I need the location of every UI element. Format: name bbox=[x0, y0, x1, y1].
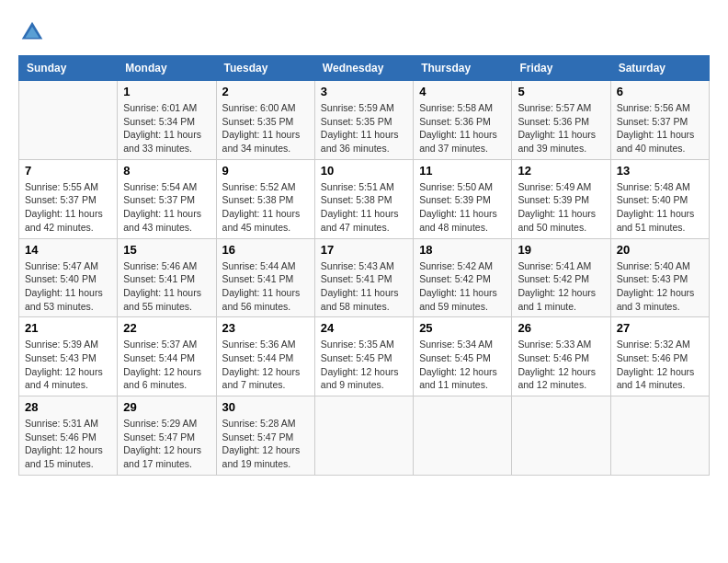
calendar-cell bbox=[414, 396, 512, 476]
day-number: 17 bbox=[321, 243, 407, 257]
week-row-5: 28Sunrise: 5:31 AMSunset: 5:46 PMDayligh… bbox=[19, 396, 710, 476]
calendar-cell: 8Sunrise: 5:54 AMSunset: 5:37 PMDaylight… bbox=[118, 159, 216, 238]
calendar-cell: 11Sunrise: 5:50 AMSunset: 5:39 PMDayligh… bbox=[414, 159, 512, 238]
day-info: Sunrise: 5:46 AMSunset: 5:41 PMDaylight:… bbox=[123, 259, 210, 314]
day-number: 29 bbox=[123, 400, 210, 414]
day-info: Sunrise: 6:00 AMSunset: 5:35 PMDaylight:… bbox=[222, 101, 309, 155]
day-number: 3 bbox=[321, 85, 407, 98]
day-info: Sunrise: 5:48 AMSunset: 5:40 PMDaylight:… bbox=[617, 180, 703, 235]
day-number: 10 bbox=[321, 164, 407, 178]
day-info: Sunrise: 5:29 AMSunset: 5:47 PMDaylight:… bbox=[123, 417, 210, 471]
day-number: 25 bbox=[419, 321, 506, 335]
calendar-cell: 23Sunrise: 5:36 AMSunset: 5:44 PMDayligh… bbox=[216, 317, 314, 396]
day-header-sunday: Sunday bbox=[19, 56, 118, 81]
day-header-wednesday: Wednesday bbox=[314, 56, 413, 81]
week-row-4: 21Sunrise: 5:39 AMSunset: 5:43 PMDayligh… bbox=[19, 317, 710, 396]
calendar-cell: 29Sunrise: 5:29 AMSunset: 5:47 PMDayligh… bbox=[118, 396, 216, 476]
day-number: 18 bbox=[419, 243, 506, 257]
logo bbox=[18, 18, 50, 46]
day-header-saturday: Saturday bbox=[610, 56, 709, 81]
day-info: Sunrise: 5:57 AMSunset: 5:36 PMDaylight:… bbox=[518, 101, 604, 155]
day-number: 9 bbox=[222, 164, 309, 178]
day-number: 19 bbox=[518, 243, 604, 257]
calendar-cell: 16Sunrise: 5:44 AMSunset: 5:41 PMDayligh… bbox=[216, 238, 314, 317]
day-header-thursday: Thursday bbox=[414, 56, 512, 81]
calendar-cell bbox=[314, 396, 413, 476]
day-header-friday: Friday bbox=[512, 56, 610, 81]
day-number: 27 bbox=[617, 321, 703, 335]
calendar-cell: 20Sunrise: 5:40 AMSunset: 5:43 PMDayligh… bbox=[610, 238, 709, 317]
day-number: 21 bbox=[25, 321, 111, 335]
day-number: 1 bbox=[123, 85, 210, 98]
week-row-3: 14Sunrise: 5:47 AMSunset: 5:40 PMDayligh… bbox=[19, 238, 710, 317]
day-info: Sunrise: 5:56 AMSunset: 5:37 PMDaylight:… bbox=[617, 101, 703, 155]
calendar-cell: 12Sunrise: 5:49 AMSunset: 5:39 PMDayligh… bbox=[512, 159, 610, 238]
day-info: Sunrise: 5:54 AMSunset: 5:37 PMDaylight:… bbox=[123, 180, 210, 235]
day-info: Sunrise: 5:42 AMSunset: 5:42 PMDaylight:… bbox=[419, 259, 506, 314]
day-info: Sunrise: 5:34 AMSunset: 5:45 PMDaylight:… bbox=[419, 338, 506, 392]
day-number: 15 bbox=[123, 243, 210, 257]
day-info: Sunrise: 5:58 AMSunset: 5:36 PMDaylight:… bbox=[419, 101, 506, 155]
day-number: 14 bbox=[25, 243, 111, 257]
day-info: Sunrise: 5:50 AMSunset: 5:39 PMDaylight:… bbox=[419, 180, 506, 235]
calendar-cell: 28Sunrise: 5:31 AMSunset: 5:46 PMDayligh… bbox=[19, 396, 118, 476]
day-info: Sunrise: 5:59 AMSunset: 5:35 PMDaylight:… bbox=[321, 101, 407, 155]
day-info: Sunrise: 5:43 AMSunset: 5:41 PMDaylight:… bbox=[321, 259, 407, 314]
day-info: Sunrise: 6:01 AMSunset: 5:34 PMDaylight:… bbox=[123, 101, 210, 155]
calendar-cell: 9Sunrise: 5:52 AMSunset: 5:38 PMDaylight… bbox=[216, 159, 314, 238]
day-info: Sunrise: 5:47 AMSunset: 5:40 PMDaylight:… bbox=[25, 259, 111, 314]
day-info: Sunrise: 5:51 AMSunset: 5:38 PMDaylight:… bbox=[321, 180, 407, 235]
day-header-monday: Monday bbox=[118, 56, 216, 81]
calendar-cell: 1Sunrise: 6:01 AMSunset: 5:34 PMDaylight… bbox=[118, 81, 216, 160]
day-number: 24 bbox=[321, 321, 407, 335]
day-number: 5 bbox=[518, 85, 604, 98]
day-info: Sunrise: 5:44 AMSunset: 5:41 PMDaylight:… bbox=[222, 259, 309, 314]
day-header-tuesday: Tuesday bbox=[216, 56, 314, 81]
calendar-cell: 5Sunrise: 5:57 AMSunset: 5:36 PMDaylight… bbox=[512, 81, 610, 160]
day-number: 12 bbox=[518, 164, 604, 178]
day-info: Sunrise: 5:37 AMSunset: 5:44 PMDaylight:… bbox=[123, 338, 210, 392]
calendar-cell: 15Sunrise: 5:46 AMSunset: 5:41 PMDayligh… bbox=[118, 238, 216, 317]
day-info: Sunrise: 5:31 AMSunset: 5:46 PMDaylight:… bbox=[25, 417, 111, 471]
day-number: 30 bbox=[222, 400, 309, 414]
calendar-cell: 26Sunrise: 5:33 AMSunset: 5:46 PMDayligh… bbox=[512, 317, 610, 396]
calendar-cell: 4Sunrise: 5:58 AMSunset: 5:36 PMDaylight… bbox=[414, 81, 512, 160]
calendar-cell: 21Sunrise: 5:39 AMSunset: 5:43 PMDayligh… bbox=[19, 317, 118, 396]
calendar-cell: 13Sunrise: 5:48 AMSunset: 5:40 PMDayligh… bbox=[610, 159, 709, 238]
calendar-cell: 19Sunrise: 5:41 AMSunset: 5:42 PMDayligh… bbox=[512, 238, 610, 317]
calendar-cell: 30Sunrise: 5:28 AMSunset: 5:47 PMDayligh… bbox=[216, 396, 314, 476]
day-number: 11 bbox=[419, 164, 506, 178]
calendar-cell: 27Sunrise: 5:32 AMSunset: 5:46 PMDayligh… bbox=[610, 317, 709, 396]
week-row-2: 7Sunrise: 5:55 AMSunset: 5:37 PMDaylight… bbox=[19, 159, 710, 238]
day-number: 8 bbox=[123, 164, 210, 178]
day-info: Sunrise: 5:32 AMSunset: 5:46 PMDaylight:… bbox=[617, 338, 703, 392]
day-number: 16 bbox=[222, 243, 309, 257]
calendar-cell: 25Sunrise: 5:34 AMSunset: 5:45 PMDayligh… bbox=[414, 317, 512, 396]
day-number: 28 bbox=[25, 400, 111, 414]
calendar-cell bbox=[19, 81, 118, 160]
day-info: Sunrise: 5:40 AMSunset: 5:43 PMDaylight:… bbox=[617, 259, 703, 314]
day-info: Sunrise: 5:36 AMSunset: 5:44 PMDaylight:… bbox=[222, 338, 309, 392]
calendar-cell: 10Sunrise: 5:51 AMSunset: 5:38 PMDayligh… bbox=[314, 159, 413, 238]
calendar-cell: 2Sunrise: 6:00 AMSunset: 5:35 PMDaylight… bbox=[216, 81, 314, 160]
day-number: 13 bbox=[617, 164, 703, 178]
day-number: 20 bbox=[617, 243, 703, 257]
day-info: Sunrise: 5:55 AMSunset: 5:37 PMDaylight:… bbox=[25, 180, 111, 235]
day-number: 4 bbox=[419, 85, 506, 98]
day-number: 23 bbox=[222, 321, 309, 335]
calendar-cell: 24Sunrise: 5:35 AMSunset: 5:45 PMDayligh… bbox=[314, 317, 413, 396]
day-info: Sunrise: 5:49 AMSunset: 5:39 PMDaylight:… bbox=[518, 180, 604, 235]
calendar-cell: 17Sunrise: 5:43 AMSunset: 5:41 PMDayligh… bbox=[314, 238, 413, 317]
page-header bbox=[18, 18, 710, 46]
calendar-cell: 7Sunrise: 5:55 AMSunset: 5:37 PMDaylight… bbox=[19, 159, 118, 238]
calendar-cell: 3Sunrise: 5:59 AMSunset: 5:35 PMDaylight… bbox=[314, 81, 413, 160]
calendar-cell bbox=[610, 396, 709, 476]
calendar-cell: 22Sunrise: 5:37 AMSunset: 5:44 PMDayligh… bbox=[118, 317, 216, 396]
calendar-cell: 14Sunrise: 5:47 AMSunset: 5:40 PMDayligh… bbox=[19, 238, 118, 317]
day-number: 7 bbox=[25, 164, 111, 178]
day-info: Sunrise: 5:52 AMSunset: 5:38 PMDaylight:… bbox=[222, 180, 309, 235]
calendar-table: SundayMondayTuesdayWednesdayThursdayFrid… bbox=[18, 55, 710, 476]
logo-icon bbox=[18, 18, 46, 46]
days-header-row: SundayMondayTuesdayWednesdayThursdayFrid… bbox=[19, 56, 710, 81]
day-info: Sunrise: 5:41 AMSunset: 5:42 PMDaylight:… bbox=[518, 259, 604, 314]
